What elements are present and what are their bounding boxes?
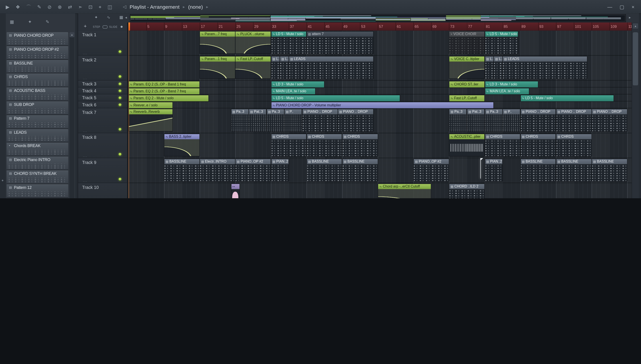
track-header[interactable]: Track 6 — [78, 102, 127, 108]
pattern-item[interactable]: ▤SUB DROP — [6, 101, 68, 114]
clip[interactable]: ▤Electr..INTRO — [200, 159, 236, 182]
track-header[interactable]: Track 7... — [78, 108, 127, 133]
clip[interactable]: ▤PIANO .. DROP — [302, 109, 338, 132]
clip[interactable]: ▤PIANO..OP #2 — [235, 159, 271, 182]
clip[interactable]: ▤L..DS — [280, 56, 289, 79]
track-mute-led[interactable] — [119, 90, 122, 92]
clip[interactable]: ∿Reever..e / solo — [128, 102, 173, 108]
clip[interactable]: ∿Reeverb..Reverb — [128, 109, 173, 132]
clip[interactable]: ▤attern 7 — [306, 31, 374, 54]
track-mute-led[interactable] — [119, 82, 122, 86]
clip[interactable]: ▤BASSLINE — [592, 159, 628, 182]
clip[interactable]: ▤CHRDS — [485, 134, 520, 157]
clip[interactable]: ▤L..DS — [494, 56, 503, 79]
clip[interactable]: ▤Pat..3 — [467, 109, 485, 132]
clip[interactable]: ▤BASSLINE — [556, 159, 592, 182]
pattern-item[interactable]: •Chords BREAK — [6, 143, 68, 156]
snap-tool-icon[interactable]: ▦ — [119, 15, 123, 20]
clip[interactable]: ▤BASSLINE — [164, 159, 200, 182]
frame-icon[interactable]: ⊡ — [88, 4, 92, 9]
track-header[interactable]: Track 5 — [78, 94, 127, 101]
clip[interactable]: ▤L..DS — [485, 56, 494, 79]
track-mute-led[interactable] — [119, 153, 122, 156]
clip[interactable]: ∿Param...1 freq — [200, 56, 236, 79]
clip[interactable]: ▤Pa..3 — [449, 109, 467, 132]
clip[interactable]: ∿Param. EQ 2 (S..OP - Band 1 freq — [128, 81, 200, 88]
clip[interactable]: ▤CHRDS — [271, 134, 307, 157]
pattern-item[interactable]: ▤Electric Piano INTRO — [6, 157, 68, 170]
pattern-item[interactable]: ▤Pattern 12 — [6, 184, 68, 197]
clip[interactable]: ∿Fast LP..Cutoff — [449, 95, 485, 102]
track-mute-led[interactable] — [119, 75, 122, 78]
clip[interactable]: ∿LD 5 - Mute / solo — [271, 31, 307, 54]
track-header[interactable]: Track 8... — [78, 133, 127, 158]
clip[interactable]: ∿LD 5 - Mute / solo — [271, 95, 400, 102]
draw-icon[interactable]: ✎ — [37, 4, 41, 9]
clip[interactable]: ▤P.. — [502, 109, 520, 132]
clip[interactable]: ▤Pat..3 — [248, 109, 267, 132]
clip[interactable]: ▤PIAN..2 — [271, 159, 289, 182]
pattern-item[interactable]: ▤BASSLINE — [6, 60, 68, 73]
clip[interactable]: ∿VOICE C..ltiplier — [449, 56, 485, 79]
track-header[interactable]: Track 1... — [78, 31, 127, 56]
swap-icon[interactable]: ⇄ — [68, 4, 72, 9]
clip[interactable]: ▤LEADS — [502, 56, 587, 79]
clip[interactable]: ∿CHORD ST..lier — [449, 81, 485, 88]
meter-icon[interactable]: ◫ — [108, 4, 112, 9]
maximize-button[interactable]: ▢ — [620, 4, 624, 10]
minimap-left-arrow[interactable]: ◂ — [125, 16, 127, 20]
clip[interactable]: ▤CHRDS — [306, 134, 342, 157]
pattern-item[interactable]: ▤CHRDS — [6, 74, 68, 86]
clip[interactable]: ∿Fast LP..Cutoff — [235, 56, 271, 79]
clip[interactable]: ∿Param. EQ 2 (S..OP - Band 7 freq — [128, 88, 200, 95]
pattern-list-scrollbar[interactable]: ▴ ▾ — [70, 32, 74, 198]
clip[interactable]: ▤L..DS — [271, 56, 280, 79]
scrollbar-thumb[interactable] — [633, 32, 638, 86]
rename-tool-icon[interactable]: ✎ — [46, 19, 50, 24]
clip[interactable]: ▤CHRDS — [556, 134, 592, 157]
playhead-marker[interactable] — [128, 22, 130, 31]
pattern-item[interactable]: ▤Pattern 7 — [6, 115, 68, 128]
minimize-button[interactable]: — — [608, 4, 612, 10]
track-mute-led[interactable] — [119, 96, 122, 99]
track-lane[interactable] — [128, 88, 632, 94]
clip[interactable]: ∿LD 3 - Mute / solo — [485, 81, 538, 88]
clip[interactable]: ∿ACOUSTIC..plier — [449, 134, 485, 157]
track-lane[interactable] — [128, 80, 632, 88]
slide-toggle[interactable] — [121, 26, 123, 28]
pattern-item[interactable]: ▤ACOUSTIC BASS — [6, 88, 68, 100]
clip[interactable]: ▤LEADS — [289, 56, 374, 79]
clip[interactable]: ▤Pa..3 — [485, 109, 503, 132]
clip[interactable]: ▤CHORD ..ILD 2 — [449, 184, 485, 198]
sparkle-tool-icon[interactable]: ✦ — [28, 19, 32, 24]
playlist-grid[interactable]: ∿Param...7 freq∿PLUCK ..olume∿LD 5 - Mut… — [128, 31, 632, 198]
clip[interactable]: ∿Chord arp -..erCtl Cutoff — [378, 184, 431, 198]
clip[interactable]: ∿PIANO CHORD DROP - Volume multiplier — [271, 102, 494, 108]
panel-handle-icon[interactable]: ◆ — [2, 179, 3, 182]
scroll-up-icon[interactable]: ▴ — [70, 32, 74, 37]
track-header[interactable]: Track 9... — [78, 158, 127, 183]
pattern-item[interactable]: ▤PIANO CHORD DROP — [6, 32, 68, 45]
clip[interactable]: ▤CHRDS — [520, 134, 556, 157]
clip[interactable]: ▤PIAN..2 — [485, 159, 503, 182]
pattern-item[interactable]: ▤LEADS — [6, 129, 68, 142]
clip[interactable]: ▤Pa..3 — [266, 109, 284, 132]
scroll-up-icon[interactable]: ▴ — [633, 23, 638, 29]
clip[interactable]: ▤PIANO..OP #2 — [413, 159, 449, 182]
track-header[interactable]: Track 2... — [78, 56, 127, 80]
track-mute-led[interactable] — [119, 50, 122, 53]
pattern-item[interactable]: ▤CHORD SYNTH BREAK — [6, 170, 68, 183]
fl-logo-icon[interactable]: ❖ — [16, 4, 20, 9]
clip[interactable]: ∿Param...7 freq — [200, 31, 236, 54]
clip[interactable]: ▤PIANO .. DROP — [556, 109, 592, 132]
clip[interactable]: ▤CHRDS — [342, 134, 378, 157]
clip[interactable]: ▤P.. — [284, 109, 302, 132]
close-button[interactable]: × — [632, 4, 634, 10]
clip[interactable]: ∿MAIN LEA..te / solo — [485, 88, 530, 95]
minimap-right-arrow[interactable]: ▸ — [629, 16, 631, 20]
play-icon[interactable]: ▶ — [6, 4, 10, 9]
clip[interactable]: ∿MAIN LEA..te / solo — [271, 88, 316, 95]
clip[interactable]: ∿PLUCK ..olume — [235, 31, 271, 54]
clip[interactable]: ∿LD 5 - Mute / solo — [485, 31, 518, 54]
link-icon[interactable]: ⌒ — [26, 4, 31, 9]
